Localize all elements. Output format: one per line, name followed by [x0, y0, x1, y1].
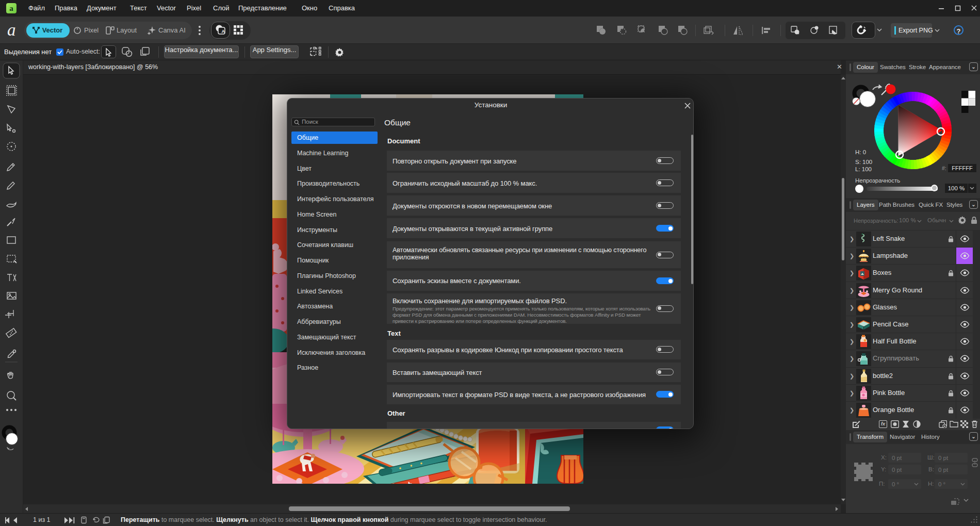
svg-text:A: A	[222, 29, 225, 34]
